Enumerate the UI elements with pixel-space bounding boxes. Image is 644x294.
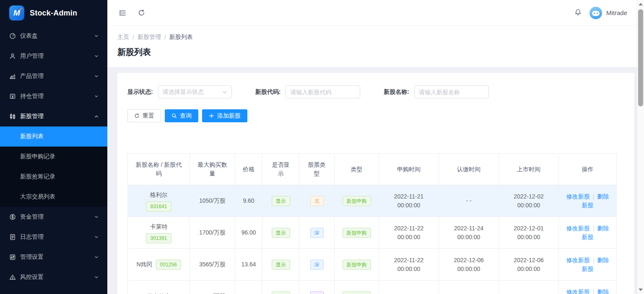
sidebar: M Stock-Admin 仪表盘 用户管理 产品管理 持仓管理 新股管理 bbox=[0, 0, 107, 294]
vertical-scrollbar[interactable] bbox=[637, 0, 644, 294]
table-header-row: 新股名称 / 新股代码 最大购买数量 价格 是否显示 股票类型 类型 申购时间 … bbox=[128, 154, 617, 185]
sidebar-item-label: 风控设置 bbox=[20, 273, 94, 281]
add-new-stock-button[interactable]: 添加新股 bbox=[202, 109, 247, 122]
scrollbar-thumb[interactable] bbox=[638, 9, 643, 106]
chevron-down-icon bbox=[94, 54, 99, 59]
stock-name-label: 新股名称: bbox=[384, 88, 409, 96]
sidebar-item-logs[interactable]: 日志管理 bbox=[0, 227, 107, 247]
chevron-down-icon bbox=[94, 275, 99, 280]
pay-time: 2022-11-25 bbox=[442, 292, 495, 294]
action-divider: | bbox=[593, 225, 595, 232]
submenu-item-rush-records[interactable]: 新股抢筹记录 bbox=[0, 167, 107, 187]
chevron-down-icon bbox=[94, 94, 99, 99]
breadcrumb-separator: / bbox=[164, 34, 166, 41]
col-actions: 操作 bbox=[559, 154, 617, 185]
dollar-circle-icon bbox=[9, 214, 16, 220]
submenu-item-label: 新股列表 bbox=[20, 133, 44, 140]
sidebar-item-label: 持仓管理 bbox=[20, 93, 94, 100]
reset-button[interactable]: 重置 bbox=[127, 109, 161, 122]
add-button-label: 添加新股 bbox=[217, 112, 241, 120]
pay-time: - - bbox=[442, 196, 495, 205]
submenu-item-block-trade-list[interactable]: 大宗交易列表 bbox=[0, 187, 107, 207]
max-qty: 1050/万股 bbox=[190, 185, 235, 217]
chevron-down-icon bbox=[94, 255, 99, 260]
sidebar-item-funds[interactable]: 资金管理 bbox=[0, 207, 107, 227]
candlestick-icon bbox=[9, 113, 16, 120]
submenu-item-subscription-records[interactable]: 新股申购记录 bbox=[0, 147, 107, 167]
breadcrumb-item-new-stock-mgmt[interactable]: 新股管理 bbox=[138, 34, 161, 41]
filter-display-status: 显示状态: 请选择显示状态 bbox=[127, 85, 232, 98]
submenu-item-new-stock-list[interactable]: 新股列表 bbox=[0, 126, 107, 147]
sidebar-item-admin-settings[interactable]: 管理设置 bbox=[0, 247, 107, 267]
chevron-up-icon bbox=[94, 114, 99, 119]
action-bar: 重置 查询 添加新股 bbox=[127, 109, 623, 122]
query-button[interactable]: 查询 bbox=[165, 109, 198, 122]
stock-code-input[interactable] bbox=[286, 85, 360, 98]
reset-icon bbox=[134, 113, 140, 119]
edit-stock-link[interactable]: 修改新股 bbox=[566, 193, 590, 200]
price: 9.60 bbox=[235, 185, 262, 217]
notification-bell-icon[interactable] bbox=[574, 8, 582, 18]
sidebar-menu: 仪表盘 用户管理 产品管理 持仓管理 新股管理 新股列表 新股申购记录 新股抢筹 bbox=[0, 26, 107, 294]
edit-stock-link[interactable]: 修改新股 bbox=[566, 257, 590, 263]
chevron-down-icon bbox=[222, 90, 227, 95]
scroll-up-arrow[interactable] bbox=[639, 3, 643, 5]
wallet-icon bbox=[9, 93, 16, 100]
display-status-badge: 显示 bbox=[272, 260, 290, 270]
display-status-label: 显示状态: bbox=[127, 88, 153, 96]
table-row[interactable]: 三未信安 1914/万股 78.90 显示 沪 新股申购 2022-11-23 … bbox=[128, 281, 617, 294]
document-icon bbox=[9, 234, 16, 240]
stock-name: N炜冈 bbox=[136, 260, 152, 269]
sidebar-item-risk-settings[interactable]: 风控设置 bbox=[0, 267, 107, 287]
sidebar-item-label: 新股管理 bbox=[20, 113, 94, 120]
scroll-down-arrow[interactable] bbox=[639, 289, 643, 291]
pay-time: 2022-12-0600:00:00 bbox=[442, 256, 495, 273]
filter-stock-code: 新股代码: bbox=[255, 85, 361, 98]
user-menu[interactable]: Mitrade bbox=[589, 7, 627, 19]
col-type: 类型 bbox=[335, 154, 379, 185]
col-max-qty: 最大购买数量 bbox=[190, 154, 235, 185]
content: 显示状态: 请选择显示状态 新股代码: 新股名称: bbox=[107, 67, 644, 294]
sidebar-item-positions[interactable]: 持仓管理 bbox=[0, 86, 107, 106]
col-buy-time: 申购时间 bbox=[379, 154, 439, 185]
col-name-code: 新股名称 / 新股代码 bbox=[128, 154, 190, 185]
chart-icon bbox=[9, 73, 16, 80]
app-logo-icon: M bbox=[9, 5, 24, 21]
menu-fold-icon[interactable] bbox=[118, 9, 127, 17]
table-row[interactable]: N炜冈001256 3565/万股 13.64 显示 深 新股申购 2022-1… bbox=[128, 249, 617, 281]
refresh-icon[interactable] bbox=[138, 9, 145, 17]
submenu-item-label: 大宗交易列表 bbox=[20, 193, 55, 201]
market-type-badge: 沪 bbox=[310, 291, 324, 294]
sidebar-item-label: 仪表盘 bbox=[20, 32, 94, 40]
topbar: Mitrade bbox=[107, 0, 644, 26]
display-status-badge: 显示 bbox=[272, 196, 290, 206]
breadcrumb-item-current: 新股列表 bbox=[169, 34, 193, 41]
table-row[interactable]: 格利尔831641 1050/万股 9.60 显示 北 新股申购 2022-11… bbox=[128, 185, 617, 217]
max-qty: 1700/万股 bbox=[190, 217, 235, 249]
table-row[interactable]: 卡莱特301391 1700/万股 96.00 显示 深 新股申购 2022-1… bbox=[128, 217, 617, 249]
topbar-right: Mitrade bbox=[574, 7, 627, 19]
sidebar-item-users[interactable]: 用户管理 bbox=[0, 46, 107, 66]
user-icon bbox=[9, 53, 16, 59]
filter-stock-name: 新股名称: bbox=[384, 85, 489, 98]
edit-stock-link[interactable]: 修改新股 bbox=[566, 225, 590, 232]
stock-code-badge: 001256 bbox=[156, 260, 181, 270]
sidebar-item-dashboard[interactable]: 仪表盘 bbox=[0, 26, 107, 46]
page-title: 新股列表 bbox=[117, 46, 634, 58]
app-logo[interactable]: M Stock-Admin bbox=[0, 0, 107, 26]
search-icon bbox=[171, 113, 177, 119]
stock-name-input[interactable] bbox=[414, 85, 489, 98]
col-pay-time: 认缴时间 bbox=[439, 154, 499, 185]
app-title: Stock-Admin bbox=[30, 9, 77, 18]
reset-button-label: 重置 bbox=[143, 112, 154, 120]
type-badge: 新股申购 bbox=[343, 228, 371, 238]
stock-name: 格利尔 bbox=[150, 191, 168, 199]
display-status-select[interactable]: 请选择显示状态 bbox=[158, 85, 232, 98]
sidebar-item-label: 管理设置 bbox=[20, 253, 94, 261]
sidebar-item-new-stocks[interactable]: 新股管理 bbox=[0, 106, 107, 126]
breadcrumb-item-home[interactable]: 主页 bbox=[117, 34, 129, 41]
max-qty: 1914/万股 bbox=[190, 281, 235, 294]
stock-name: 三未信安 bbox=[147, 292, 171, 294]
sidebar-item-products[interactable]: 产品管理 bbox=[0, 66, 107, 86]
edit-stock-link[interactable]: 修改新股 bbox=[566, 289, 590, 294]
